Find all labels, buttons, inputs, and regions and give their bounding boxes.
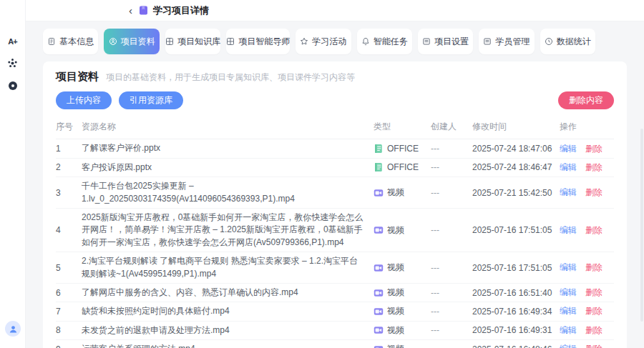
edit-link[interactable]: 编辑 <box>560 343 577 348</box>
modified-time: 2025-07-24 18:46:47 <box>472 162 560 172</box>
resource-name: 未发货之前的退款申请及处理方法.mp4 <box>82 324 374 337</box>
creator: --- <box>431 144 472 154</box>
row-actions: 编辑 删除 <box>560 305 614 317</box>
file-type-icon <box>374 263 384 273</box>
community-dots-icon[interactable] <box>7 57 19 69</box>
tab-label: 学习活动 <box>312 36 346 48</box>
edit-link[interactable]: 编辑 <box>560 161 577 174</box>
delete-link[interactable]: 删除 <box>585 161 602 174</box>
delete-link[interactable]: 删除 <box>585 324 602 337</box>
file-type-label: 视频 <box>387 305 404 317</box>
resource-type: 视频 <box>374 305 431 317</box>
tab-basic-info[interactable]: 基本信息 <box>43 29 98 54</box>
table-row: 5 2.淘宝平台规则解读 了解电商平台规则 熟悉淘宝卖家要求 – 1.2.淘宝平… <box>56 252 614 284</box>
file-type-label: 视频 <box>387 262 404 274</box>
delete-link[interactable]: 删除 <box>585 305 602 317</box>
table-row: 4 2025新版淘宝开店教程，0基础新手如何开一家淘宝店，教你快速学会怎么开网店… <box>56 209 614 252</box>
tab-label: 数据统计 <box>557 36 591 48</box>
creator: --- <box>431 225 472 235</box>
table-row: 9 运营客户关系管理的方法.mp4 视频 --- 2025-07-16 16:4… <box>56 340 614 348</box>
edit-link[interactable]: 编辑 <box>560 305 577 317</box>
file-type-icon <box>374 188 384 198</box>
file-type-label: 视频 <box>387 224 404 237</box>
delete-link[interactable]: 删除 <box>585 343 602 348</box>
creator: --- <box>431 162 472 172</box>
resource-name: 千牛工作台包2025实操更新 – 1.lv_0_20250303174359(A… <box>82 180 374 205</box>
grid-icon <box>226 37 235 46</box>
tab-smart-tutor[interactable]: 项目智能导师 <box>226 29 290 54</box>
tab-knowledge-base[interactable]: 项目知识库 <box>165 29 220 54</box>
row-index: 4 <box>56 225 82 235</box>
edit-link[interactable]: 编辑 <box>560 187 577 199</box>
resource-type: OFFICE <box>374 162 431 172</box>
row-index: 9 <box>56 344 82 348</box>
app-window: A+ ‹ <box>0 0 644 348</box>
row-index: 6 <box>56 288 82 298</box>
edit-link[interactable]: 编辑 <box>560 224 577 237</box>
table-header-row: 序号 资源名称 类型 创建人 修改时间 操作 <box>56 116 614 139</box>
back-button[interactable]: ‹ <box>127 5 134 16</box>
app-logo-icon[interactable]: A+ <box>8 37 16 46</box>
list-icon <box>422 37 431 46</box>
tab-data-statistics[interactable]: 数据统计 <box>540 29 595 54</box>
delete-link[interactable]: 删除 <box>585 143 602 155</box>
tab-learning-activities[interactable]: 学习活动 <box>296 29 351 54</box>
table-row: 2 客户投诉原因.pptx OFFICE --- 2025-07-24 18:4… <box>56 159 614 177</box>
edit-link[interactable]: 编辑 <box>560 143 577 155</box>
tab-project-materials[interactable]: 项目资料 <box>104 29 159 54</box>
resource-type: OFFICE <box>374 144 431 154</box>
delete-content-button[interactable]: 删除内容 <box>558 91 614 109</box>
list-icon <box>483 37 492 46</box>
page-title: 学习项目详情 <box>153 4 209 17</box>
table-body: 1 了解课客户评价.pptx OFFICE --- 2025-07-24 18:… <box>56 139 614 348</box>
panel-title: 项目资料 <box>56 70 99 84</box>
edit-link[interactable]: 编辑 <box>560 287 577 299</box>
resource-type: 视频 <box>374 324 431 337</box>
resource-name: 客户投诉原因.pptx <box>82 161 374 174</box>
reference-library-button[interactable]: 引用资源库 <box>119 91 183 109</box>
person-circle-icon <box>109 37 117 46</box>
upload-content-button[interactable]: 上传内容 <box>56 91 112 109</box>
user-avatar[interactable] <box>5 321 21 337</box>
row-index: 2 <box>56 162 82 172</box>
bell-icon <box>361 37 370 46</box>
delete-link[interactable]: 删除 <box>585 287 602 299</box>
tab-student-management[interactable]: 学员管理 <box>479 29 534 54</box>
tab-smart-tasks[interactable]: 智能任务 <box>357 29 412 54</box>
scrollbar[interactable] <box>640 129 643 322</box>
star-icon <box>300 37 308 46</box>
main-area: ‹ 学习项目详情 基本信息 项目资料 <box>26 0 644 348</box>
row-actions: 编辑 删除 <box>560 343 614 348</box>
toolbar: 上传内容 引用资源库 删除内容 <box>56 91 614 109</box>
file-type-icon <box>374 162 384 172</box>
delete-link[interactable]: 删除 <box>585 262 602 274</box>
resource-name: 了解课客户评价.pptx <box>82 142 374 154</box>
tab-label: 学员管理 <box>495 36 530 48</box>
modified-time: 2025-07-16 17:51:05 <box>472 263 560 273</box>
file-type-icon <box>374 144 384 154</box>
row-actions: 编辑 删除 <box>560 287 614 299</box>
modified-time: 2025-07-24 18:47:06 <box>472 144 560 154</box>
resource-type: 视频 <box>374 287 431 299</box>
delete-link[interactable]: 删除 <box>585 224 602 237</box>
modified-time: 2025-07-16 17:51:05 <box>472 225 560 235</box>
delete-link[interactable]: 删除 <box>585 187 602 199</box>
row-index: 7 <box>56 307 82 317</box>
book-icon <box>139 6 148 15</box>
target-icon[interactable] <box>7 80 19 91</box>
edit-link[interactable]: 编辑 <box>560 324 577 337</box>
creator: --- <box>431 344 472 348</box>
file-type-icon <box>374 225 384 235</box>
table-row: 6 了解网店中服务的含义、内容、熟悉订单确认的内容.mp4 视频 --- 202… <box>56 284 614 302</box>
modified-time: 2025-07-16 16:49:31 <box>472 325 560 335</box>
row-actions: 编辑 删除 <box>560 187 614 199</box>
left-rail: A+ <box>0 0 26 348</box>
grid-icon <box>165 37 174 46</box>
row-index: 1 <box>56 144 82 154</box>
tab-project-settings[interactable]: 项目设置 <box>418 29 473 54</box>
file-type-label: 视频 <box>387 287 404 299</box>
edit-link[interactable]: 编辑 <box>560 262 577 274</box>
row-index: 5 <box>56 263 82 273</box>
resource-name: 2025新版淘宝开店教程，0基础新手如何开一家淘宝店，教你快速学会怎么开网店！，… <box>82 212 374 249</box>
col-header-creator: 创建人 <box>431 121 472 133</box>
